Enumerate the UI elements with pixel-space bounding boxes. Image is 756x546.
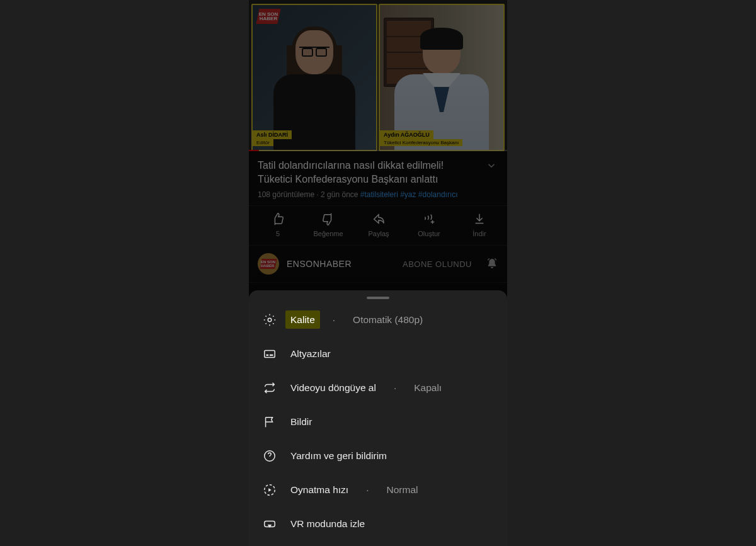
menu-item-quality[interactable]: Kalite Otomatik (480p)	[249, 303, 507, 337]
menu-item-captions[interactable]: Altyazılar	[249, 337, 507, 371]
loop-icon	[263, 381, 277, 395]
svg-point-2	[268, 318, 272, 322]
phone-frame: EN SON HABER Aslı DİDARİ Editör	[249, 0, 507, 546]
menu-item-vr[interactable]: VR modunda izle	[249, 507, 507, 541]
menu-item-report[interactable]: Bildir	[249, 405, 507, 439]
playback-speed-icon	[263, 483, 277, 497]
gear-icon	[263, 313, 277, 327]
menu-item-help[interactable]: Yardım ve geri bildirim	[249, 439, 507, 473]
menu-item-loop[interactable]: Videoyu döngüye al Kapalı	[249, 371, 507, 405]
menu-item-speed[interactable]: Oynatma hızı Normal	[249, 473, 507, 507]
svg-rect-3	[265, 351, 275, 358]
sheet-drag-handle[interactable]	[367, 297, 389, 299]
vr-icon	[263, 517, 277, 531]
help-icon	[263, 449, 277, 463]
player-settings-sheet: Kalite Otomatik (480p) Altyazılar Videoy…	[249, 290, 507, 546]
flag-icon	[263, 415, 277, 429]
captions-icon	[263, 347, 277, 361]
